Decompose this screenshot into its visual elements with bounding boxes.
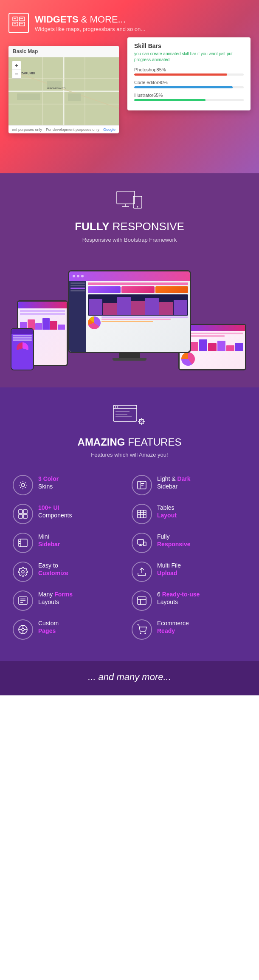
feature-name-ui-components: 100+ UIComponents <box>38 504 72 519</box>
widgets-subtitle: Widgets like maps, progressbars and so o… <box>35 26 145 32</box>
map-footer: ent purposes only For development purpos… <box>8 125 119 133</box>
feature-ready-layouts: 6 Ready-to-useLayouts <box>132 590 246 611</box>
skill-codeeditor: Code editor90% <box>134 80 244 88</box>
tr-bar <box>235 343 243 351</box>
svg-line-40 <box>143 423 144 424</box>
monitor-frame <box>68 270 191 353</box>
tablet-top <box>18 302 67 308</box>
svg-rect-54 <box>19 514 23 518</box>
features-subtitle: Features which will Amaze you! <box>8 452 251 458</box>
google-logo: Google <box>103 127 115 132</box>
tr-bar <box>226 345 234 351</box>
phone-row <box>13 337 32 339</box>
feature-icon-fully-responsive <box>132 533 152 553</box>
skill-photoshop-label: Photoshop85% <box>134 67 244 72</box>
tr-bar <box>208 343 216 351</box>
svg-rect-64 <box>19 543 20 544</box>
skill-card-code: progress-animated <box>134 57 169 62</box>
svg-point-25 <box>137 206 138 208</box>
feature-name-mini-sidebar: MiniSidebar <box>38 533 60 548</box>
screen-dot <box>77 275 79 277</box>
phone-content <box>11 334 33 357</box>
phone-row <box>13 339 32 341</box>
svg-rect-55 <box>23 514 27 518</box>
svg-point-85 <box>145 633 146 634</box>
skill-card-desc: you can create animated skill bar if you… <box>134 51 244 63</box>
feature-file-upload: Multi FileUpload <box>132 562 246 582</box>
feature-name-file-upload: Multi FileUpload <box>157 562 181 577</box>
svg-line-42 <box>139 423 140 424</box>
feature-icon-light-dark <box>132 475 152 495</box>
map-zoom-out[interactable]: − <box>12 70 21 78</box>
skill-photoshop-fill <box>134 73 227 76</box>
widgets-icon <box>8 13 29 33</box>
screen-dot <box>73 275 75 277</box>
svg-point-28 <box>115 407 116 408</box>
skill-illustrator: Illustrator65% <box>134 93 244 101</box>
svg-rect-51 <box>141 485 144 486</box>
map-footer-center: For development purposes only <box>46 127 99 132</box>
feature-forms: Many FormsLayouts <box>13 590 127 611</box>
chart-bar <box>42 318 50 330</box>
svg-text:MIRONES ALTO: MIRONES ALTO <box>47 87 66 90</box>
widgets-section: WIDGETS & MORE... Widgets like maps, pro… <box>0 0 259 173</box>
svg-rect-50 <box>141 483 144 484</box>
feature-icon-ecommerce <box>132 619 152 640</box>
map-body: ZARUMBI MIRONES ALTO + − <box>8 57 119 125</box>
more-section: ... and many more... <box>0 661 259 695</box>
svg-point-34 <box>141 421 142 422</box>
tr-bar <box>217 341 225 351</box>
screen-main <box>86 281 190 352</box>
tablet-row <box>20 313 65 315</box>
monitor-screen <box>69 271 190 352</box>
features-section: AMAZING FEATURES Features which will Ama… <box>0 387 259 661</box>
feature-color-skins: 3 ColorSkins <box>13 475 127 495</box>
feature-text-ecommerce: EcommerceReady <box>157 619 189 635</box>
more-text: ... and many more... <box>8 672 251 683</box>
feature-icon-ready-layouts <box>132 590 152 611</box>
svg-rect-26 <box>113 405 137 421</box>
widgets-title: WIDGETS & MORE... <box>35 14 145 25</box>
chart-bar <box>35 323 42 330</box>
svg-point-84 <box>140 633 141 634</box>
svg-rect-17 <box>68 93 81 101</box>
screen-dot <box>81 275 84 277</box>
features-grid: 3 ColorSkins Light & DarkSidebar <box>8 471 251 652</box>
features-title: AMAZING FEATURES <box>8 436 251 448</box>
feature-mini-sidebar: MiniSidebar <box>13 533 127 553</box>
skill-card-title: Skill Bars <box>134 42 244 49</box>
map-controls[interactable]: + − <box>12 61 21 79</box>
responsive-subtitle: Responsive with Bootstrap Framework <box>8 237 251 243</box>
monitor-screen-content <box>69 281 190 352</box>
map-zoom-in[interactable]: + <box>12 61 21 70</box>
widgets-title-wrap: WIDGETS & MORE... Widgets like maps, pro… <box>35 14 145 32</box>
tr-bar <box>190 342 198 351</box>
feature-text-ready-layouts: 6 Ready-to-useLayouts <box>157 590 200 606</box>
feature-text-tables: TablesLayout <box>157 504 177 519</box>
phone-mockup <box>11 328 34 370</box>
svg-rect-56 <box>138 510 146 518</box>
feature-customize: Easy toCustomize <box>13 562 127 582</box>
skill-illustrator-fill <box>134 99 206 101</box>
feature-icon-customize <box>13 562 33 582</box>
feature-text-customize: Easy toCustomize <box>38 562 68 577</box>
feature-icon-forms <box>13 590 33 611</box>
skill-codeeditor-label: Code editor90% <box>134 80 244 85</box>
svg-point-29 <box>117 407 118 408</box>
phone-row <box>13 335 32 336</box>
tablet-row <box>20 310 65 312</box>
devices-container <box>8 256 251 375</box>
feature-name-ready-layouts: 6 Ready-to-useLayouts <box>157 590 200 606</box>
responsive-section: FULLY RESPONSIVE Responsive with Bootstr… <box>0 173 259 387</box>
feature-text-fully-responsive: FullyResponsive <box>157 533 191 548</box>
feature-icon-color-skins <box>13 475 33 495</box>
svg-rect-65 <box>138 539 144 544</box>
feature-text-light-dark: Light & DarkSidebar <box>157 475 191 490</box>
feature-tables: TablesLayout <box>132 504 246 524</box>
phone-screen <box>11 329 33 370</box>
svg-point-43 <box>21 483 25 487</box>
chart-bar <box>58 325 65 330</box>
skill-photoshop: Photoshop85% <box>134 67 244 76</box>
monitor-base <box>113 358 146 361</box>
feature-text-file-upload: Multi FileUpload <box>157 562 181 577</box>
